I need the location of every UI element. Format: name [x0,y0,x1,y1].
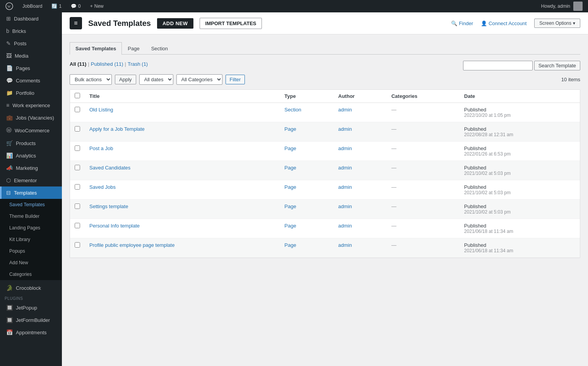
sidebar-submenu-add-new[interactable]: Add New [0,257,62,269]
row-checkbox[interactable] [75,165,80,170]
table-row: Profile public employee page template Pa… [70,238,580,258]
sidebar-item-jetpopup[interactable]: 🔲 JetPopup [0,301,62,314]
jetformbuilder-icon: 🔲 [6,317,13,323]
row-title-link[interactable]: Saved Candidates [89,165,130,171]
sidebar-item-pages[interactable]: 📄 Pages [0,62,62,74]
row-title-link[interactable]: Personal Info template [89,223,140,229]
row-title-link[interactable]: Saved Jobs [89,184,116,190]
admin-bar-site-name[interactable]: JobBoard [20,0,44,12]
admin-bar-comments[interactable]: 💬 0 [68,0,83,12]
sidebar-item-elementor[interactable]: ⬡ Elementor [0,174,62,186]
search-template-input[interactable] [463,61,533,70]
comments-icon: 💬 [6,77,13,84]
row-checkbox[interactable] [75,184,80,190]
search-template-button[interactable]: Search Template [534,61,580,70]
row-title-link[interactable]: Profile public employee page template [89,242,174,248]
sidebar-item-posts[interactable]: ✎ Posts [0,37,62,50]
col-header-checkbox [70,90,85,103]
tab-page[interactable]: Page [122,42,145,55]
posts-icon: ✎ [6,40,11,46]
admin-bar-howdy[interactable]: Howdy, admin [539,0,585,12]
row-author-link[interactable]: admin [338,145,352,151]
sidebar-submenu-theme-builder[interactable]: Theme Builder [0,210,62,222]
row-checkbox[interactable] [75,223,80,228]
row-checkbox[interactable] [75,107,80,112]
sidebar-submenu-categories[interactable]: Categories [0,269,62,280]
sidebar-item-crocoblock[interactable]: 🐊 Crocoblock [0,282,62,294]
row-author-link[interactable]: admin [338,184,352,190]
date-filter-select[interactable]: All dates [139,74,173,85]
select-all-checkbox[interactable] [75,93,80,98]
sidebar-submenu-saved-templates[interactable]: Saved Templates [0,199,62,210]
sidebar-item-jetformbuilder[interactable]: 🔲 JetFormBuilder [0,314,62,326]
row-categories-cell: — [387,200,460,219]
row-checkbox[interactable] [75,145,80,151]
apply-button[interactable]: Apply [115,75,136,84]
row-author-link[interactable]: admin [338,223,352,229]
connect-account-link[interactable]: 👤 Connect Account [481,21,526,26]
sidebar-item-media[interactable]: 🖼 Media [0,50,62,62]
row-type-link[interactable]: Section [284,107,301,113]
trash-count-link[interactable]: Trash (1) [128,61,148,67]
admin-bar-wp-logo[interactable]: W [3,0,15,12]
row-type-link[interactable]: Page [284,126,296,132]
sidebar-item-appointments[interactable]: 📅 Appointments [0,326,62,339]
tab-section[interactable]: Section [145,42,174,55]
row-title-link[interactable]: Post a Job [89,145,113,151]
row-checkbox[interactable] [75,204,80,209]
sidebar-item-comments[interactable]: 💬 Comments [0,74,62,87]
sidebar-item-portfolio[interactable]: 📁 Portfolio [0,87,62,99]
row-title-link[interactable]: Old Listing [89,107,113,113]
sidebar-item-marketing[interactable]: 📣 Marketing [0,162,62,174]
published-count-link[interactable]: Published (11) [91,61,123,67]
categories-filter-select[interactable]: All Categories [176,74,222,85]
chevron-down-icon: ▾ [573,21,575,26]
page-header: ≡ Saved Templates ADD NEW IMPORT TEMPLAT… [62,12,588,34]
row-title-cell: Apply for a Job Template [85,122,280,142]
screen-options-button[interactable]: Screen Options ▾ [534,19,580,28]
row-checkbox-cell [70,122,85,142]
row-type-link[interactable]: Page [284,145,296,151]
sidebar-submenu-kit-library[interactable]: Kit Library [0,234,62,245]
add-new-button[interactable]: ADD NEW [157,18,193,29]
sidebar-submenu-landing-pages[interactable]: Landing Pages [0,222,62,234]
row-author-link[interactable]: admin [338,107,352,113]
sidebar-item-jobs[interactable]: 💼 Jobs (Vacancies) [0,111,62,124]
row-title-link[interactable]: Settings template [89,204,128,209]
row-author-link[interactable]: admin [338,165,352,171]
table-header-row: Title Type Author Categories Date [70,90,580,103]
sidebar-item-products[interactable]: 🛒 Products [0,137,62,149]
row-author-cell: admin [333,122,386,142]
bulk-actions-select[interactable]: Bulk actions [70,74,112,85]
sidebar-item-bricks[interactable]: b Bricks [0,25,62,37]
row-type-link[interactable]: Page [284,223,296,229]
row-checkbox[interactable] [75,242,80,248]
row-date-cell: Published 2022/10/20 at 1:05 pm [460,103,580,122]
row-type-link[interactable]: Page [284,184,296,190]
sidebar-item-work-experience[interactable]: ≡ Work experience [0,99,62,111]
sidebar-submenu-popups[interactable]: Popups [0,245,62,257]
row-type-link[interactable]: Page [284,165,296,171]
row-type-link[interactable]: Page [284,242,296,248]
row-categories-cell: — [387,142,460,161]
finder-link[interactable]: 🔍 Finder [451,21,473,26]
sidebar-item-woocommerce[interactable]: Ⓦ WooCommerce [0,124,62,137]
row-categories-cell: — [387,122,460,142]
admin-bar-new[interactable]: + New [88,0,106,12]
sidebar-item-dashboard[interactable]: ⊞ Dashboard [0,12,62,25]
row-checkbox[interactable] [75,126,80,132]
elementor-icon: ⬡ [6,177,11,183]
row-author-cell: admin [333,103,386,122]
all-count-link[interactable]: All (11) [70,61,86,67]
sidebar-item-templates[interactable]: ⊟ Templates [0,186,62,199]
row-type-link[interactable]: Page [284,204,296,209]
admin-bar-updates[interactable]: 🔄 1 [49,0,64,12]
row-author-link[interactable]: admin [338,126,352,132]
import-templates-button[interactable]: IMPORT TEMPLATES [200,18,262,29]
row-author-link[interactable]: admin [338,242,352,248]
row-author-link[interactable]: admin [338,204,352,209]
filter-button[interactable]: Filter [226,75,245,84]
sidebar-item-analytics[interactable]: 📊 Analytics [0,149,62,162]
row-title-link[interactable]: Apply for a Job Template [89,126,145,132]
tab-saved-templates[interactable]: Saved Templates [70,42,122,55]
